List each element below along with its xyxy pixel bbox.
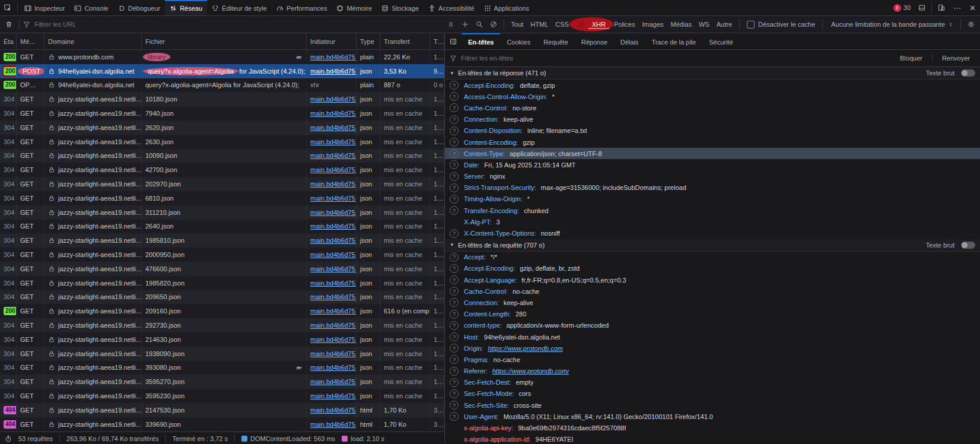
help-icon[interactable]: ? — [450, 344, 459, 353]
header-value[interactable]: https://www.protondb.com/ — [492, 367, 569, 375]
request-row[interactable]: 404GETjazzy-starlight-aeea19.netli…33969… — [0, 417, 444, 432]
initiator-link[interactable]: main.bd4b6d75.j… — [310, 293, 357, 300]
pick-element-button[interactable] — [0, 0, 15, 15]
request-row[interactable]: 304GETjazzy-starlight-aeea19.netli…29273… — [0, 318, 444, 332]
resend-button[interactable]: Renvoyer — [937, 55, 975, 62]
tab-stockage[interactable]: Stockage — [377, 0, 424, 15]
request-row[interactable]: 304GETjazzy-starlight-aeea19.netli…19858… — [0, 233, 444, 248]
initiator-link[interactable]: main.bd4b6d75.j… — [310, 392, 357, 399]
help-icon[interactable]: ? — [450, 115, 459, 124]
help-icon[interactable]: ? — [450, 126, 459, 135]
column-header[interactable]: Initiateur — [307, 33, 357, 49]
details-tab-reponse[interactable]: Réponse — [575, 33, 614, 49]
help-icon[interactable]: ? — [450, 310, 459, 319]
filter-type-html[interactable]: HTML — [527, 20, 552, 29]
tab-editeur[interactable]: Éditeur de style — [207, 0, 272, 15]
help-icon[interactable]: ? — [450, 367, 459, 376]
request-row[interactable]: 200OP…94he6yatei-dsn.algolia.netquery?x-… — [0, 78, 444, 93]
request-row[interactable]: 304GETjazzy-starlight-aeea19.netli…35952… — [0, 375, 444, 389]
request-row[interactable]: 200POST94he6yatei-dsn.algolia.netquery?x… — [0, 64, 444, 78]
initiator-link[interactable]: main.bd4b6d75.j… — [310, 209, 357, 216]
initiator-link[interactable]: main.bd4b6d75.j… — [310, 110, 357, 117]
raw-toggle[interactable] — [961, 242, 975, 249]
initiator-link[interactable]: main.bd4b6d75.j… — [310, 96, 357, 103]
initiator-link[interactable]: main.bd4b6d75.j… — [310, 124, 357, 131]
header-value[interactable]: https://www.protondb.com — [488, 345, 563, 352]
initiator-link[interactable]: main.bd4b6d75.j… — [310, 152, 357, 159]
request-row[interactable]: 304GETjazzy-starlight-aeea19.netli…2640.… — [0, 220, 444, 234]
close-devtools-button[interactable]: ✕ — [965, 0, 980, 15]
help-icon[interactable]: ? — [450, 160, 459, 169]
initiator-link[interactable]: main.bd4b6d75.j… — [310, 138, 357, 145]
initiator-link[interactable]: main.bd4b6d75.j… — [310, 364, 357, 371]
help-icon[interactable]: ? — [450, 195, 459, 204]
filter-type-ws[interactable]: WS — [695, 20, 713, 29]
clear-requests-button[interactable] — [2, 21, 15, 28]
column-header[interactable]: Transfert — [380, 33, 430, 49]
search-button[interactable] — [473, 21, 486, 28]
column-header[interactable]: T… — [430, 33, 444, 49]
request-row[interactable]: 304GETjazzy-starlight-aeea19.netli…20297… — [0, 177, 444, 191]
column-header[interactable]: Fichier — [142, 33, 307, 49]
initiator-link[interactable]: main.bd4b6d75.j… — [310, 166, 357, 173]
details-tab-trace[interactable]: Trace de la pile — [645, 33, 702, 49]
new-request-button[interactable] — [459, 21, 472, 28]
help-icon[interactable]: ? — [450, 172, 459, 181]
details-tab-entetes[interactable]: En-têtes — [462, 33, 500, 49]
help-icon[interactable]: ? — [450, 332, 459, 341]
details-tab-requete[interactable]: Requête — [537, 33, 575, 49]
error-count-badge[interactable]: ! 30 — [890, 0, 914, 15]
url-filter-input[interactable]: Filtrer les URL — [23, 21, 443, 28]
initiator-link[interactable]: main.bd4b6d75.j… — [310, 53, 357, 61]
help-icon[interactable]: ? — [450, 401, 459, 410]
help-icon[interactable]: ? — [450, 287, 459, 296]
block-request-button[interactable] — [487, 21, 500, 28]
network-settings-button[interactable] — [965, 21, 978, 28]
request-row[interactable]: 304GETjazzy-starlight-aeea19.netli…2620.… — [0, 120, 444, 135]
help-icon[interactable]: ? — [450, 253, 459, 262]
help-icon[interactable]: ? — [450, 298, 459, 307]
settings-menu-button[interactable]: ⋯ — [949, 0, 965, 15]
tab-inspecteur[interactable]: Inspecteur — [20, 0, 69, 15]
request-row[interactable]: 304GETjazzy-starlight-aeea19.netli…2630.… — [0, 135, 444, 149]
request-row[interactable]: 200GETwww.protondb.comlibrarymain.bd4b6d… — [0, 50, 444, 64]
column-header[interactable]: Éta — [0, 33, 17, 49]
initiator-link[interactable]: main.bd4b6d75.j… — [310, 407, 357, 414]
column-header[interactable]: Mé… — [17, 33, 44, 49]
request-row[interactable]: 304GETjazzy-starlight-aeea19.netli…47660… — [0, 262, 444, 276]
request-row[interactable]: 304GETjazzy-starlight-aeea19.netli…7940.… — [0, 106, 444, 120]
column-header[interactable]: Domaine — [44, 33, 142, 49]
filter-type-médias[interactable]: Médias — [667, 20, 695, 29]
filter-type-polices[interactable]: Polices — [610, 20, 638, 29]
request-row[interactable]: 304GETjazzy-starlight-aeea19.netli…35952… — [0, 389, 444, 403]
response-headers-section-header[interactable]: ▼ En-têtes de la réponse (471 o) Texte b… — [445, 67, 980, 80]
initiator-link[interactable]: main.bd4b6d75.j… — [310, 223, 357, 230]
raw-toggle[interactable] — [961, 69, 975, 77]
help-icon[interactable]: ? — [450, 229, 459, 238]
request-row[interactable]: 304GETjazzy-starlight-aeea19.netli…19858… — [0, 276, 444, 290]
split-console-button[interactable] — [914, 0, 930, 15]
help-icon[interactable]: ? — [450, 149, 459, 158]
tab-performances[interactable]: Performances — [272, 0, 332, 15]
initiator-link[interactable]: main.bd4b6d75.j… — [310, 195, 357, 202]
initiator-link[interactable]: main.bd4b6d75.j… — [310, 378, 357, 385]
help-icon[interactable]: ? — [450, 103, 459, 112]
initiator-link[interactable]: main.bd4b6d75.j… — [310, 251, 357, 258]
request-row[interactable]: 304GETjazzy-starlight-aeea19.netli…31121… — [0, 205, 444, 220]
tab-memoire[interactable]: Mémoire — [332, 0, 377, 15]
initiator-link[interactable]: main.bd4b6d75.j… — [310, 350, 357, 357]
tab-console[interactable]: Console — [69, 0, 113, 15]
request-row[interactable]: 304GETjazzy-starlight-aeea19.netli…20009… — [0, 248, 444, 262]
tab-debogueur[interactable]: Débogueur — [113, 0, 165, 15]
disable-cache-checkbox[interactable]: Désactiver le cache — [743, 21, 819, 28]
headers-filter-placeholder[interactable]: Filtrer les en-têtes — [461, 55, 513, 62]
request-headers-section-header[interactable]: ▼ En-têtes de la requête (707 o) Texte b… — [445, 239, 980, 252]
help-icon[interactable]: ? — [450, 138, 459, 147]
initiator-link[interactable]: main.bd4b6d75.j… — [310, 421, 357, 428]
details-tab-delais[interactable]: Délais — [614, 33, 645, 49]
help-icon[interactable]: ? — [450, 389, 459, 398]
request-row[interactable]: 304GETjazzy-starlight-aeea19.netli…20965… — [0, 290, 444, 305]
request-row[interactable]: 304GETjazzy-starlight-aeea19.netli…21463… — [0, 332, 444, 347]
filter-type-autre[interactable]: Autre — [713, 20, 736, 29]
help-icon[interactable]: ? — [450, 275, 459, 284]
